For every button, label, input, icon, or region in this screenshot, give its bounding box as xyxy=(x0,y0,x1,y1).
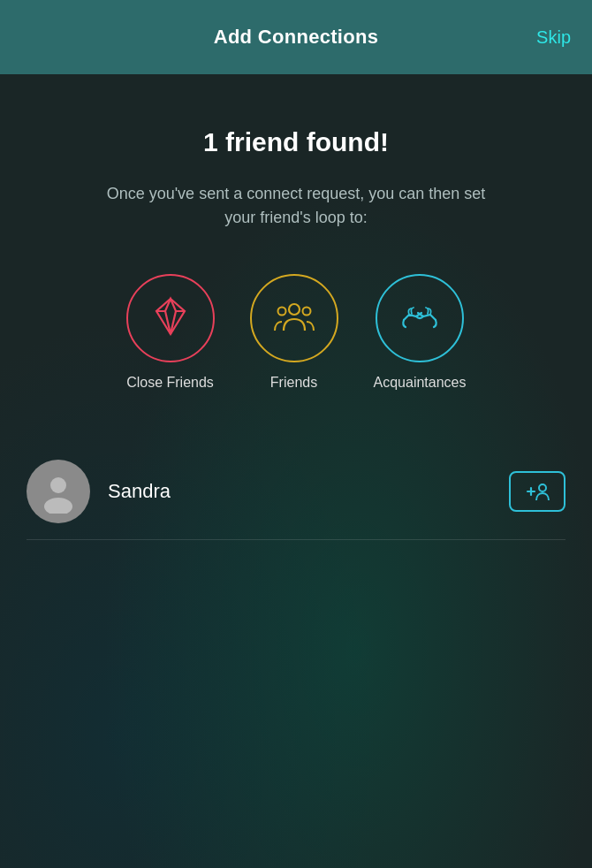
add-connection-button[interactable] xyxy=(509,471,565,512)
friends-circle xyxy=(250,274,338,362)
diamond-icon xyxy=(148,293,194,343)
svg-point-3 xyxy=(289,304,300,315)
acquaintances-label: Acquaintances xyxy=(374,375,467,391)
skip-button[interactable]: Skip xyxy=(536,27,571,48)
friend-count-label: 1 friend found! xyxy=(203,127,389,157)
friends-group-icon xyxy=(271,293,317,343)
avatar xyxy=(27,460,90,523)
acquaintances-circle xyxy=(376,274,464,362)
handshake-icon xyxy=(397,293,443,343)
description-text: Once you've sent a connect request, you … xyxy=(102,182,490,230)
loop-item-close-friends: Close Friends xyxy=(126,274,215,391)
close-friends-circle xyxy=(126,274,215,362)
header: Add Connections Skip xyxy=(0,0,592,74)
friend-item: Sandra xyxy=(27,444,565,540)
svg-point-6 xyxy=(50,477,66,493)
main-content: 1 friend found! Once you've sent a conne… xyxy=(0,74,592,540)
svg-point-7 xyxy=(44,498,72,514)
close-friends-label: Close Friends xyxy=(126,375,214,391)
loop-item-acquaintances: Acquaintances xyxy=(374,274,467,391)
svg-point-5 xyxy=(302,308,310,316)
loop-icons-row: Close Friends xyxy=(126,274,467,391)
svg-point-4 xyxy=(277,308,285,316)
page-title: Add Connections xyxy=(214,26,379,49)
friends-label: Friends xyxy=(270,375,317,391)
friend-name: Sandra xyxy=(108,480,509,503)
friend-list: Sandra xyxy=(27,444,565,540)
svg-marker-0 xyxy=(156,299,185,334)
loop-item-friends: Friends xyxy=(250,274,338,391)
svg-point-10 xyxy=(539,484,546,491)
